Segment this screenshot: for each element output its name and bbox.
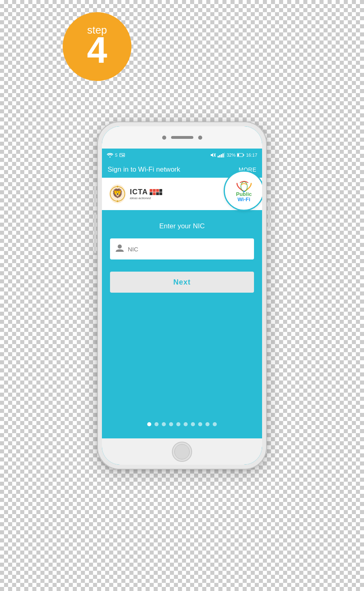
dot-2 (154, 422, 159, 426)
person-icon (116, 244, 124, 255)
nic-input[interactable] (128, 246, 248, 253)
dot-8 (198, 422, 202, 426)
svg-rect-6 (218, 156, 219, 157)
dot-5 (176, 422, 180, 426)
icta-grid (150, 189, 162, 195)
dot-4 (169, 422, 173, 426)
phone-top-bar (102, 126, 262, 149)
svg-rect-10 (224, 153, 225, 157)
next-button-label: Next (173, 278, 190, 287)
phone-screen: S (102, 126, 262, 465)
nic-prompt-label: Enter your NIC (159, 222, 205, 230)
main-content: Enter your NIC Next (102, 210, 262, 438)
sri-lanka-emblem: 🦁 (108, 183, 127, 204)
dot-6 (184, 422, 188, 426)
time-display: 16:17 (246, 153, 257, 157)
svg-marker-3 (122, 154, 124, 156)
logo-bar: 🦁 ICTA (102, 178, 262, 210)
svg-rect-1 (120, 153, 125, 157)
signal-icon (218, 153, 225, 157)
svg-rect-13 (243, 154, 244, 156)
svg-rect-9 (222, 153, 224, 157)
svg-rect-8 (221, 154, 222, 157)
public-wifi-wifi-text: Wi-Fi (237, 197, 250, 202)
svg-point-18 (117, 200, 119, 202)
svg-point-21 (118, 244, 122, 249)
dot-10 (213, 422, 217, 426)
icta-text: ICTA (130, 188, 148, 196)
icta-logo: ICTA ideas actioned (130, 188, 162, 200)
mute-icon (210, 153, 216, 157)
status-bar: S (102, 149, 262, 162)
status-right: 32% 16:17 (210, 153, 257, 157)
battery-icon (237, 153, 244, 157)
wifi-status-icon (107, 153, 113, 157)
svg-text:🦁: 🦁 (112, 188, 123, 199)
camera-dot (162, 136, 166, 140)
public-wifi-logo: Public Wi-Fi (224, 170, 262, 211)
dot-3 (162, 422, 166, 426)
battery-percent: 32% (226, 153, 235, 157)
dot-1 (147, 422, 151, 426)
image-status-icon (119, 153, 125, 157)
nic-input-container[interactable] (110, 238, 254, 259)
home-button[interactable] (172, 442, 192, 462)
pagination-dots (147, 422, 217, 430)
logo-left: 🦁 ICTA (108, 183, 162, 204)
home-button-inner (174, 444, 190, 459)
svg-rect-7 (219, 155, 220, 157)
phone-frame: S (97, 121, 267, 470)
status-left: S (107, 153, 125, 157)
carrier-icon: S (115, 153, 118, 157)
dot-9 (205, 422, 210, 426)
app-header-title: Sign in to Wi-Fi network (108, 166, 180, 174)
step-badge: step 4 (63, 12, 131, 81)
svg-point-2 (121, 154, 121, 155)
svg-point-0 (110, 157, 111, 158)
dot-7 (191, 422, 195, 426)
svg-rect-12 (237, 154, 239, 156)
svg-point-17 (117, 186, 119, 187)
icta-subtitle: ideas actioned (130, 196, 151, 200)
speaker-bar (171, 136, 193, 139)
phone-bottom-bar (102, 438, 262, 465)
camera-dot-2 (198, 136, 202, 140)
next-button[interactable]: Next (110, 272, 254, 293)
step-number: 4 (87, 32, 107, 68)
